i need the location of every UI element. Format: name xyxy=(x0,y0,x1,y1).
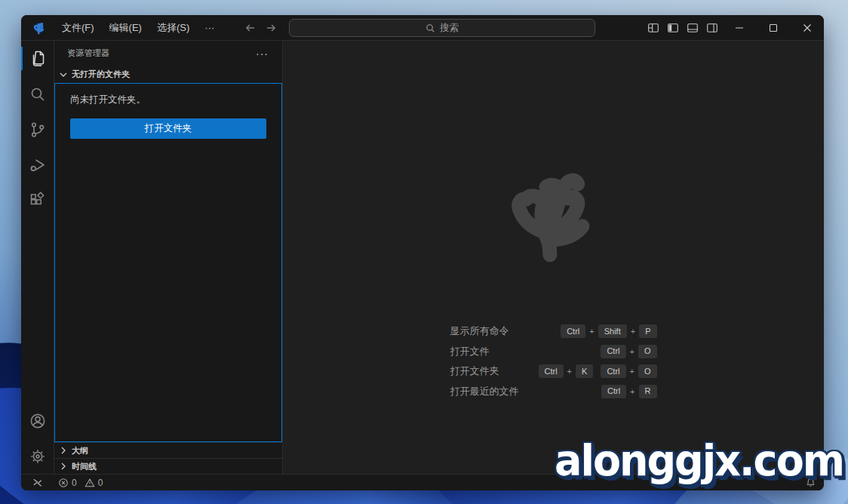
nav-forward-icon[interactable] xyxy=(264,21,278,35)
keycap: Ctrl xyxy=(539,364,564,378)
error-icon xyxy=(58,478,69,488)
activity-bar xyxy=(21,41,54,474)
activitybar-settings-gear-icon[interactable] xyxy=(21,438,54,474)
menu-edit[interactable]: 编辑(E) xyxy=(102,18,149,38)
shortcut-row: 显示所有命令 Ctrl + Shift + P xyxy=(450,321,657,342)
toggle-primary-sidebar-icon[interactable] xyxy=(663,18,683,38)
search-placeholder: 搜索 xyxy=(440,22,459,35)
keycap: Ctrl xyxy=(561,324,585,338)
keycap: Ctrl xyxy=(601,364,625,378)
toggle-panel-icon[interactable] xyxy=(683,18,702,38)
app-window: 文件(F) 编辑(E) 选择(S) ··· 搜索 xyxy=(21,15,824,490)
keycap: Ctrl xyxy=(601,345,625,358)
site-watermark-text: alonggjx.com xyxy=(555,436,843,486)
shortcut-label: 打开文件夹 xyxy=(450,364,499,378)
warning-count: 0 xyxy=(98,478,103,488)
shortcut-label: 打开最近的文件 xyxy=(450,385,519,398)
shortcut-row: 打开文件夹 Ctrl + K Ctrl + O xyxy=(450,361,657,382)
sidebar-section-no-folder[interactable]: 无打开的文件夹 xyxy=(54,66,282,83)
menu-file[interactable]: 文件(F) xyxy=(54,18,102,38)
editor-area: 显示所有命令 Ctrl + Shift + P 打开文件 xyxy=(283,41,824,474)
shortcut-label: 显示所有命令 xyxy=(450,324,509,338)
keycap: P xyxy=(639,324,656,338)
editor-coral-watermark-icon xyxy=(496,155,611,270)
keycap: R xyxy=(639,385,657,398)
keycap: O xyxy=(638,364,657,378)
sidebar-title: 资源管理器 xyxy=(67,48,253,59)
toggle-secondary-sidebar-icon[interactable] xyxy=(702,18,722,38)
activitybar-accounts-icon[interactable] xyxy=(21,403,54,438)
outline-section-label: 大纲 xyxy=(72,445,88,456)
no-folder-message: 尚未打开文件夹。 xyxy=(55,84,281,106)
keycap: Ctrl xyxy=(601,385,626,398)
chevron-right-icon xyxy=(57,444,69,456)
warning-icon xyxy=(84,478,95,488)
chevron-right-icon xyxy=(57,460,69,472)
customize-layout-icon[interactable] xyxy=(644,18,663,38)
titlebar-right-controls xyxy=(644,15,824,41)
shortcut-label: 打开文件 xyxy=(450,345,490,358)
shortcut-row: 打开最近的文件 Ctrl + R xyxy=(450,382,657,402)
sidebar-header: 资源管理器 ··· xyxy=(54,41,282,66)
error-count: 0 xyxy=(72,478,77,488)
open-folder-button[interactable]: 打开文件夹 xyxy=(70,118,266,139)
shortcut-row: 打开文件 Ctrl + O xyxy=(450,342,657,362)
sidebar-more-actions-icon[interactable]: ··· xyxy=(253,48,272,60)
explorer-sidebar: 资源管理器 ··· 无打开的文件夹 尚未打开文件夹。 打开文件夹 大纲 xyxy=(54,41,283,474)
remote-indicator-icon[interactable] xyxy=(29,477,46,488)
timeline-section-label: 时间线 xyxy=(72,461,97,472)
app-logo-coral-icon xyxy=(32,20,47,35)
titlebar: 文件(F) 编辑(E) 选择(S) ··· 搜索 xyxy=(21,15,824,41)
maximize-button[interactable] xyxy=(756,15,790,41)
nav-back-icon[interactable] xyxy=(244,21,257,35)
activitybar-search-icon[interactable] xyxy=(21,76,54,112)
activitybar-extensions-icon[interactable] xyxy=(21,183,54,218)
no-folder-view: 尚未打开文件夹。 打开文件夹 xyxy=(54,83,282,442)
search-icon xyxy=(426,23,435,33)
keycap: K xyxy=(576,364,593,378)
activitybar-explorer-icon[interactable] xyxy=(21,41,54,76)
minimize-button[interactable] xyxy=(722,15,756,41)
keyboard-shortcuts-list: 显示所有命令 Ctrl + Shift + P 打开文件 xyxy=(450,321,657,401)
menu-overflow-ellipsis[interactable]: ··· xyxy=(197,19,222,36)
keycap: Shift xyxy=(598,324,627,338)
main-area: 资源管理器 ··· 无打开的文件夹 尚未打开文件夹。 打开文件夹 大纲 xyxy=(21,41,824,474)
sidebar-section-label: 无打开的文件夹 xyxy=(72,69,130,80)
search-input[interactable]: 搜索 xyxy=(289,19,595,37)
menu-selection[interactable]: 选择(S) xyxy=(149,18,197,38)
sidebar-section-timeline[interactable]: 时间线 xyxy=(54,458,282,474)
problems-status[interactable]: 0 0 xyxy=(58,478,107,488)
keycap: O xyxy=(638,345,657,358)
sidebar-section-outline[interactable]: 大纲 xyxy=(54,442,282,458)
close-button[interactable] xyxy=(790,15,824,41)
chevron-down-icon xyxy=(57,69,69,81)
activitybar-run-debug-icon[interactable] xyxy=(21,147,54,183)
activitybar-source-control-icon[interactable] xyxy=(21,112,54,147)
